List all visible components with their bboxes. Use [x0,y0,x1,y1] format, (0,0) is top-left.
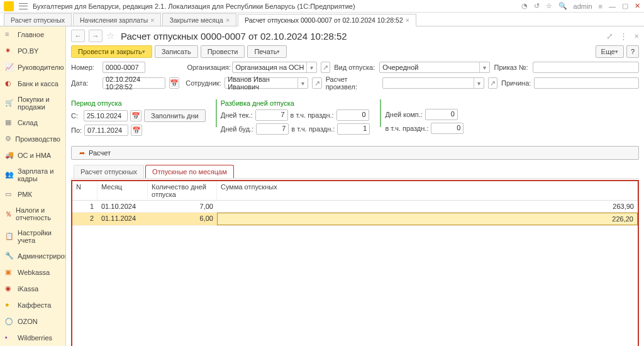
vactype-input[interactable]: Очередной▾ [379,62,490,73]
chevron-down-icon[interactable]: ▾ [474,78,484,88]
menu-icon[interactable] [19,3,28,9]
from-input[interactable]: 25.10.2024 [84,110,128,121]
nav-icon[interactable]: ◔ [521,2,528,10]
minimize-icon[interactable]: — [609,3,616,10]
sidebar-item-ikassa[interactable]: ◉iKassa [0,281,65,297]
print-button[interactable]: Печать [247,45,287,58]
close-window-icon[interactable]: ✕ [635,2,640,10]
user-label: admin [574,3,592,10]
period-block: Период отпуска С: 25.10.2024 📅 Заполнить… [71,99,206,138]
sidebar-item-stock[interactable]: ▦Склад [0,114,65,131]
org-input[interactable]: Организация на ОСН▾ [232,62,317,73]
truck-icon: 🚚 [5,151,14,160]
sidebar-item-wb[interactable]: ▪Wildberries [0,330,65,346]
reason-label: Причина: [501,79,530,87]
incl-hol-input[interactable]: 0 [336,109,369,121]
chevron-down-icon[interactable]: ▾ [306,62,316,72]
maximize-icon[interactable]: ▢ [622,2,628,10]
days-current-input[interactable]: 7 [255,109,288,121]
open-ref-button[interactable]: ↗ [321,62,330,73]
fill-days-button[interactable]: Заполнить дни [144,109,206,122]
kaffesta-icon: ● [5,301,14,310]
table-row[interactable]: 2 01.11.2024 6,00 226,20 [72,213,638,226]
vactype-label: Вид отпуска: [334,64,375,71]
sidebar-item-rmk[interactable]: ▭РМК [0,186,65,203]
incl-hol-input[interactable]: 1 [337,123,370,135]
close-icon[interactable]: × [150,16,154,24]
star-icon: ✷ [5,47,14,55]
tab-item[interactable]: Начисления зарплаты× [73,13,161,26]
inner-tabs: Расчет отпускных Отпускные по месяцам [71,165,639,179]
table-row[interactable]: 1 01.10.2024 7,00 263,90 [72,201,638,213]
number-input[interactable]: 0000-0007 [103,62,145,73]
grid-header: N Месяц Количество дней отпуска Сумма от… [72,181,638,201]
settings-icon[interactable]: ≡ [599,3,602,10]
post-button[interactable]: Провести [201,45,245,58]
reason-input[interactable] [534,77,639,89]
incl-hol-label: в т.ч. праздн.: [291,125,335,133]
order-input[interactable] [533,62,639,73]
percent-icon: ％ [5,209,12,218]
back-button[interactable]: ← [71,30,85,42]
tab-calc[interactable]: Расчет отпускных [74,165,144,178]
favorite-icon[interactable]: ☆ [106,30,114,42]
sidebar-item-taxes[interactable]: ％Налоги и отчетность [0,203,65,225]
sidebar-item-trade[interactable]: 🛒Покупки и продажи [0,92,65,114]
window-tabs: Расчет отпускных Начисления зарплаты× За… [0,13,644,26]
tab-by-month[interactable]: Отпускные по месяцам [145,165,234,178]
sidebar-item-main[interactable]: ≡Главное [0,26,65,43]
action-buttons: Провести и закрыть Записать Провести Печ… [66,45,644,62]
forward-button[interactable]: → [89,30,103,42]
sidebar-item-admin[interactable]: 🔧Администрирование [0,248,65,264]
chevron-down-icon[interactable]: ▾ [479,62,489,72]
calcby-input[interactable]: ▾ [382,77,484,89]
open-ref-button[interactable]: ↗ [312,77,321,89]
sidebar-item-settings[interactable]: 📋Настройки учета [0,225,65,248]
sidebar-item-assets[interactable]: 🚚ОС и НМА [0,147,65,164]
calcby-label: Расчет произвел: [326,75,379,91]
sidebar-item-production[interactable]: ⚙Производство [0,131,65,147]
sidebar-item-ozon[interactable]: ◯OZON [0,313,65,330]
menu-dots-icon[interactable]: ⋮ [619,31,628,41]
link-icon[interactable]: ⤢ [606,31,613,41]
chevron-down-icon[interactable]: ▾ [297,78,308,88]
col-days: Количество дней отпуска [148,181,217,200]
days-current-label: Дней тек.: [221,111,253,119]
search-icon[interactable]: 🔍 [558,2,567,10]
sidebar-item-webkassa[interactable]: ▣Webkassa [0,264,65,281]
app-logo [4,1,14,11]
calc-button[interactable]: ➦Расчет [71,146,639,160]
history-icon[interactable]: ↺ [534,2,540,10]
breakdown-title: Разбивка дней отпуска [221,99,370,107]
notebook-icon: 📋 [5,232,14,241]
sidebar-item-bank[interactable]: ◐Банк и касса [0,75,65,92]
incl-hol-input[interactable]: 0 [431,123,464,134]
cart-icon: 🛒 [5,99,14,108]
open-ref-button[interactable]: ↗ [488,77,497,89]
calendar-icon[interactable]: 📅 [131,125,142,136]
write-button[interactable]: Записать [155,45,198,58]
days-comp-input[interactable]: 0 [425,109,458,120]
more-button[interactable]: Еще [596,45,624,58]
employee-input[interactable]: Иванов Иван Иванович▾ [225,77,308,89]
tab-item[interactable]: Расчет отпускных 0000-0007 от 02.10.2024… [238,14,416,26]
star-icon[interactable]: ☆ [546,2,552,10]
tab-item[interactable]: Расчет отпускных [4,13,72,26]
employee-label: Сотрудник: [186,79,221,87]
days-next-input[interactable]: 7 [256,123,289,135]
help-button[interactable]: ? [626,45,639,58]
calendar-icon[interactable]: 📅 [130,110,142,121]
sidebar-item-salary[interactable]: 👥Зарплата и кадры [0,164,65,186]
tab-item[interactable]: Закрытие месяца× [162,13,236,26]
close-icon[interactable]: × [406,16,409,24]
sidebar-item-manager[interactable]: 📈Руководителю [0,59,65,75]
sidebar-item-kaffesta[interactable]: ●Каффеста [0,297,65,313]
calendar-icon[interactable]: 📅 [169,77,179,89]
month-grid: N Месяц Количество дней отпуска Сумма от… [71,180,639,346]
to-input[interactable]: 07.11.2024 [84,125,128,136]
post-close-button[interactable]: Провести и закрыть [71,45,152,58]
close-icon[interactable]: × [634,31,639,41]
date-input[interactable]: 02.10.2024 10:28:52 [103,77,165,89]
close-icon[interactable]: × [226,16,230,24]
sidebar-item-roby[interactable]: ✷РО.BY [0,43,65,59]
